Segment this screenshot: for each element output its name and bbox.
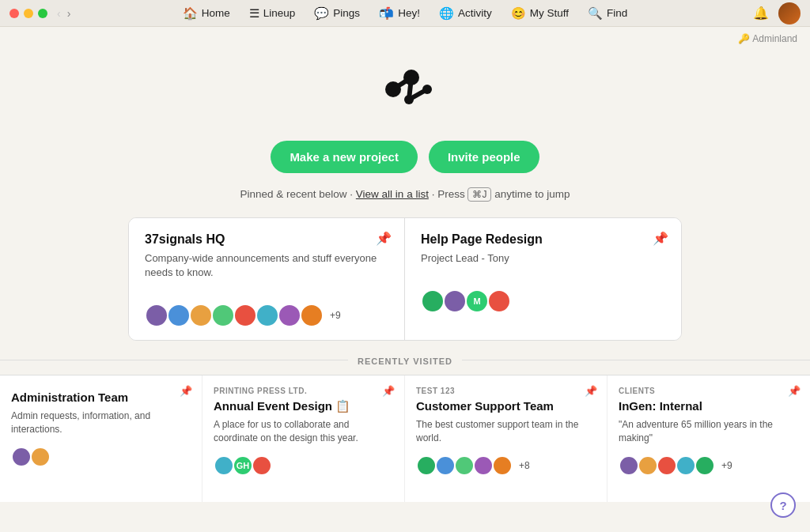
rv-card-title: Customer Support Team (416, 398, 596, 414)
nav-right: 🔔 (750, 2, 801, 25)
view-all-link[interactable]: View all in a list (356, 188, 429, 200)
nav-item-home[interactable]: 🏠 Home (175, 3, 238, 24)
hey-icon: 📬 (379, 6, 394, 21)
pinned-card-desc: Project Lead - Tony (421, 251, 665, 266)
pinned-card-hq[interactable]: 📌 37signals HQ Company-wide announcement… (129, 218, 405, 340)
avatar (454, 455, 475, 476)
pinned-card-desc: Company-wide announcements and stuff eve… (145, 251, 388, 280)
avatar (487, 289, 511, 313)
avatar (278, 304, 301, 327)
pinned-card-title: 37signals HQ (145, 232, 388, 247)
avatar (167, 304, 191, 327)
avatar (30, 447, 51, 467)
traffic-lights (9, 9, 47, 18)
close-button[interactable] (9, 9, 19, 18)
help-button[interactable]: ? (770, 492, 796, 518)
make-project-button[interactable]: Make a new project (271, 141, 418, 173)
adminland-link[interactable]: 🔑 Adminland (738, 33, 797, 44)
avatar: GH (233, 455, 253, 476)
invite-people-button[interactable]: Invite people (429, 141, 539, 173)
pin-icon: 📌 (788, 385, 801, 397)
card-avatars: GH (214, 455, 393, 476)
keyboard-shortcut: ⌘J (467, 187, 491, 202)
main-content: Make a new project Invite people Pinned … (0, 27, 810, 502)
key-icon: 🔑 (738, 33, 750, 44)
rv-card-title: Annual Event Design 📋 (214, 398, 393, 414)
avatar (233, 304, 257, 327)
avatar: M (465, 289, 489, 313)
card-avatars: M (421, 289, 665, 313)
avatar (492, 455, 513, 476)
rv-card-title: Administration Team (11, 390, 191, 406)
rv-card-desc: "An adventure 65 million years in the ma… (619, 418, 799, 445)
pin-icon: 📌 (653, 231, 668, 246)
rv-cards: 📌 Administration Team Admin requests, in… (0, 375, 810, 502)
titlebar: ‹ › 🏠 Home ☰ Lineup 💬 Pings 📬 Hey! 🌐 Act… (0, 0, 810, 27)
lineup-icon: ☰ (249, 6, 259, 21)
avatar (416, 455, 437, 476)
avatar (638, 455, 658, 476)
avatar (189, 304, 213, 327)
recently-visited-label: RECENTLY VISITED (0, 360, 810, 375)
back-arrow[interactable]: ‹ (57, 7, 61, 20)
nav-arrows: ‹ › (57, 7, 70, 20)
avatar (214, 455, 234, 476)
avatar (11, 447, 32, 467)
nav-item-mystuff[interactable]: 😊 My Stuff (503, 3, 577, 24)
avatar-count: +9 (330, 310, 341, 321)
forward-arrow[interactable]: › (67, 7, 71, 20)
pin-icon: 📌 (585, 385, 597, 397)
pings-icon: 💬 (314, 6, 329, 21)
avatar (676, 455, 696, 476)
maximize-button[interactable] (38, 9, 47, 18)
avatar (211, 304, 235, 327)
avatar-count: +9 (721, 460, 732, 471)
rv-card-desc: The best customer support team in the wo… (416, 418, 596, 445)
nav-item-activity[interactable]: 🌐 Activity (431, 3, 500, 24)
nav-item-lineup[interactable]: ☰ Lineup (241, 3, 304, 24)
find-icon: 🔍 (588, 6, 603, 21)
avatar (255, 304, 279, 327)
pin-icon: 📌 (382, 385, 395, 397)
home-icon: 🏠 (183, 6, 198, 21)
rv-card-event[interactable]: 📌 PRINTING PRESS LTD. Annual Event Desig… (202, 375, 405, 502)
card-avatars: +9 (619, 455, 799, 476)
rv-card-title: InGen: Internal (619, 398, 799, 414)
pin-icon: 📌 (376, 231, 392, 246)
rv-card-admin[interactable]: 📌 Administration Team Admin requests, in… (0, 375, 202, 502)
rv-card-label: TEST 123 (416, 387, 596, 395)
rv-card-ingen[interactable]: 📌 CLIENTS InGen: Internal "An adventure … (608, 375, 810, 502)
rv-card-support[interactable]: 📌 TEST 123 Customer Support Team The bes… (405, 375, 608, 502)
notifications-button[interactable]: 🔔 (750, 2, 772, 25)
avatar (435, 455, 456, 476)
avatar (473, 455, 494, 476)
recently-visited-section: RECENTLY VISITED 📌 Administration Team A… (0, 360, 810, 502)
activity-icon: 🌐 (439, 6, 454, 21)
avatar (145, 304, 168, 327)
avatar-count: +8 (519, 460, 530, 471)
mystuff-icon: 😊 (511, 6, 526, 21)
app-logo (365, 46, 445, 125)
pinned-card-help-redesign[interactable]: 📌 Help Page Redesign Project Lead - Tony… (405, 218, 681, 340)
pinned-card-title: Help Page Redesign (421, 232, 665, 247)
avatar (443, 289, 467, 313)
action-buttons: Make a new project Invite people (271, 141, 539, 173)
subtitle: Pinned & recent below · View all in a li… (240, 187, 570, 202)
rv-card-desc: Admin requests, information, and interac… (11, 409, 191, 436)
pinned-cards: 📌 37signals HQ Company-wide announcement… (128, 217, 682, 341)
logo-area (365, 27, 445, 141)
avatar (421, 289, 445, 313)
minimize-button[interactable] (24, 9, 33, 18)
avatar (619, 455, 639, 476)
card-avatars: +8 (416, 455, 596, 476)
rv-card-label: CLIENTS (619, 387, 799, 395)
card-avatars: +9 (145, 304, 388, 327)
pin-icon: 📌 (180, 385, 192, 397)
nav-item-find[interactable]: 🔍 Find (580, 3, 635, 24)
user-avatar[interactable] (778, 2, 801, 25)
avatar (657, 455, 677, 476)
nav-item-pings[interactable]: 💬 Pings (306, 3, 368, 24)
nav-item-hey[interactable]: 📬 Hey! (371, 3, 428, 24)
rv-card-label: PRINTING PRESS LTD. (214, 387, 393, 395)
rv-card-desc: A place for us to collaborate and coordi… (214, 418, 393, 445)
